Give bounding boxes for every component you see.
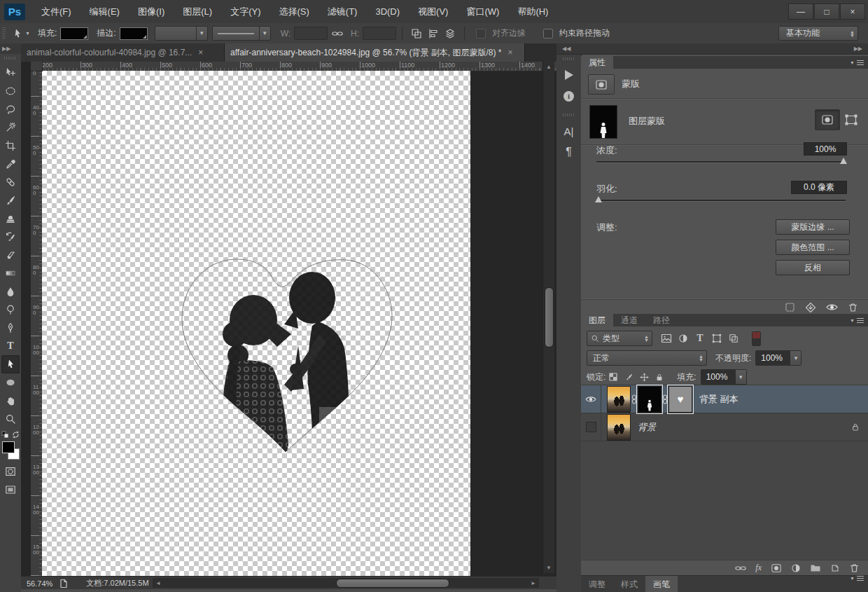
elliptical-marquee-tool[interactable] <box>1 82 20 100</box>
lasso-tool[interactable] <box>1 100 20 118</box>
layer-mask-thumbnail[interactable] <box>638 386 662 413</box>
filter-pixel-layers-icon[interactable] <box>658 331 675 345</box>
workspace-switcher[interactable]: 基本功能 ▲▼ <box>778 26 858 41</box>
menu-file[interactable]: 文件(F) <box>32 0 80 23</box>
foreground-background-colors[interactable] <box>1 441 20 462</box>
gradient-tool[interactable] <box>1 264 20 282</box>
lock-all-icon[interactable] <box>652 371 667 383</box>
paragraph-panel-icon[interactable]: ¶ <box>559 143 579 161</box>
feather-value[interactable]: 0.0 像素 <box>791 181 847 194</box>
vector-mask-link-icon[interactable] <box>662 394 668 404</box>
menu-help[interactable]: 帮助(H) <box>508 0 557 23</box>
color-range-button[interactable]: 颜色范围 ... <box>776 240 850 255</box>
link-dimensions-icon[interactable] <box>332 29 343 38</box>
path-selection-tool[interactable] <box>1 355 20 373</box>
menu-select[interactable]: 选择(S) <box>270 0 318 23</box>
filter-type-layers-icon[interactable]: T <box>692 331 708 345</box>
actions-panel-icon[interactable] <box>559 66 579 84</box>
tool-preset-caret-icon[interactable]: ▼ <box>25 31 30 36</box>
panel-menu-icon[interactable]: ▼ <box>850 314 868 326</box>
shape-height-input[interactable] <box>363 27 396 40</box>
vertical-scroll-thumb[interactable] <box>545 287 554 347</box>
panel-menu-icon[interactable]: ▼ <box>850 576 868 581</box>
crop-tool[interactable] <box>1 137 20 155</box>
scroll-left-icon[interactable]: ◄ <box>155 580 161 586</box>
minimize-button[interactable]: — <box>788 4 813 20</box>
layer-filter-kind-combo[interactable]: 类型 ▲▼ <box>587 331 652 346</box>
select-pixel-mask-button[interactable] <box>815 109 840 130</box>
screen-mode-button[interactable] <box>1 481 20 499</box>
quick-selection-tool[interactable] <box>1 118 20 137</box>
filter-smart-objects-icon[interactable] <box>725 331 742 345</box>
filter-adjustment-layers-icon[interactable] <box>675 331 692 345</box>
layer-name[interactable]: 背景 副本 <box>699 393 738 406</box>
vertical-scrollbar[interactable]: ▲ ▼ <box>542 62 554 573</box>
path-arrangement-icon[interactable] <box>442 25 458 43</box>
shape-width-input[interactable] <box>294 27 328 40</box>
mask-visibility-eye-icon[interactable] <box>826 303 838 312</box>
default-colors-icon[interactable] <box>1 431 9 439</box>
tab-adjustments[interactable]: 调整 <box>581 576 613 592</box>
visibility-toggle[interactable] <box>581 413 601 441</box>
delete-layer-trash-icon[interactable] <box>849 563 860 573</box>
menu-3d[interactable]: 3D(D) <box>366 0 409 23</box>
path-operations-icon[interactable] <box>408 25 425 43</box>
tab-styles[interactable]: 样式 <box>613 576 645 592</box>
clone-stamp-tool[interactable] <box>1 209 20 228</box>
blur-tool[interactable] <box>1 282 20 301</box>
mask-link-icon[interactable] <box>631 394 637 404</box>
delete-mask-trash-icon[interactable] <box>848 302 858 312</box>
foreground-color-swatch[interactable] <box>2 441 15 453</box>
feather-slider[interactable] <box>596 200 846 201</box>
zoom-tool[interactable] <box>1 410 20 428</box>
close-button[interactable]: × <box>840 4 865 20</box>
select-vector-mask-button[interactable] <box>844 113 858 126</box>
layer-mask-thumbnail[interactable] <box>589 105 617 139</box>
zoom-level-field[interactable]: 56.74% <box>27 579 52 588</box>
type-tool[interactable]: T <box>1 337 20 355</box>
spot-healing-brush-tool[interactable] <box>1 173 20 191</box>
invert-button[interactable]: 反相 <box>776 260 850 275</box>
fill-swatch[interactable] <box>60 27 88 40</box>
panel-menu-icon[interactable]: ▼ <box>850 56 868 69</box>
ellipse-tool[interactable] <box>1 373 20 392</box>
hand-tool[interactable] <box>1 392 20 410</box>
collapse-dock-left-icon[interactable]: ◀◀ <box>562 46 570 52</box>
ruler-origin-corner[interactable] <box>31 62 43 71</box>
fill-combo[interactable]: 100% ▼ <box>701 369 747 385</box>
tab-layers[interactable]: 图层 <box>581 314 613 326</box>
vector-mask-thumbnail[interactable]: ♥ <box>668 386 692 413</box>
filter-shape-layers-icon[interactable] <box>708 331 725 345</box>
layer-style-fx-icon[interactable]: fx <box>755 563 762 573</box>
menu-filter[interactable]: 滤镜(T) <box>318 0 367 23</box>
blend-mode-combo[interactable]: 正常 ▲▼ <box>587 350 707 366</box>
density-value[interactable]: 100% <box>804 142 847 156</box>
brush-tool[interactable] <box>1 191 20 209</box>
heart-mask-artwork[interactable] <box>175 256 399 457</box>
layer-row-background[interactable]: 背景 <box>581 413 868 441</box>
stroke-type-combo[interactable]: ▼ <box>212 26 271 41</box>
toolbox-collapse-button[interactable]: ▶▶ <box>0 43 21 54</box>
new-layer-icon[interactable] <box>830 563 840 573</box>
eraser-tool[interactable] <box>1 246 20 264</box>
lock-pixels-icon[interactable] <box>621 371 636 383</box>
mask-type-button[interactable] <box>588 74 615 95</box>
lock-position-icon[interactable] <box>636 371 652 383</box>
document-tab-active[interactable]: affair-anniversary-beach-1024984.jpg @ 5… <box>225 43 525 62</box>
tab-channels[interactable]: 通道 <box>613 314 645 326</box>
menu-layer[interactable]: 图层(L) <box>174 0 221 23</box>
history-brush-tool[interactable] <box>1 228 20 246</box>
apply-mask-icon[interactable] <box>805 302 816 312</box>
canvas[interactable] <box>42 71 470 576</box>
info-panel-icon[interactable]: i <box>559 87 579 105</box>
menu-view[interactable]: 视图(V) <box>409 0 457 23</box>
document-tab-inactive[interactable]: animal-colorful-colourful-40984.jpg @ 16… <box>21 43 225 62</box>
tab-paths[interactable]: 路径 <box>645 314 678 326</box>
pen-tool[interactable] <box>1 319 20 337</box>
path-alignment-icon[interactable] <box>425 25 442 43</box>
eyedropper-tool[interactable] <box>1 155 20 173</box>
quick-mask-mode-button[interactable] <box>1 462 20 481</box>
feather-slider-thumb[interactable] <box>595 196 602 202</box>
tab-close-icon[interactable]: × <box>198 48 203 57</box>
menu-type[interactable]: 文字(Y) <box>221 0 270 23</box>
